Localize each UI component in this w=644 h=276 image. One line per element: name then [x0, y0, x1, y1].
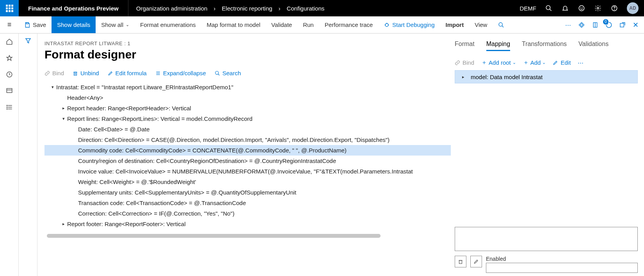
bind-button[interactable]: Bind	[44, 70, 64, 76]
star-icon[interactable]	[6, 55, 13, 62]
chevron-down-icon: ⌄	[542, 60, 546, 65]
tree-row[interactable]: Header<Any>	[44, 92, 451, 103]
tab-transformations[interactable]: Transformations	[522, 41, 567, 51]
svg-line-31	[218, 74, 219, 75]
caret-down-icon[interactable]: ▾	[60, 116, 67, 121]
caret-down-icon[interactable]: ▾	[49, 85, 56, 90]
tab-format[interactable]: Format	[455, 41, 475, 51]
import-button[interactable]: Import	[440, 16, 470, 33]
popout-icon[interactable]	[619, 22, 626, 28]
ribbon-search-icon[interactable]	[493, 16, 510, 33]
tree-row-label: Direction: Cell<Direction> = CASE(@.Dire…	[78, 136, 390, 143]
home-icon[interactable]	[6, 38, 13, 45]
map-bind-button[interactable]: Bind	[455, 59, 474, 66]
run-label: Run	[303, 21, 314, 28]
enabled-label: Enabled	[486, 256, 638, 262]
tree-row[interactable]: Date: Cell<Date> = @.Date	[44, 124, 451, 134]
delete-button[interactable]	[455, 256, 466, 267]
show-details-button[interactable]: Show details	[52, 16, 96, 33]
performance-trace-button[interactable]: Performance trace	[319, 16, 378, 33]
hamburger-icon[interactable]: ≡	[0, 21, 19, 29]
refresh-button[interactable]: 0	[605, 21, 612, 28]
tree-row[interactable]: Commodity code: Cell<CommodityCode> = CO…	[44, 145, 451, 156]
tree-row-label: Weight: Cell<Weight> = @.'$RoundedWeight…	[78, 179, 196, 185]
view-label: View	[475, 21, 487, 28]
edit-small-button[interactable]	[470, 256, 482, 267]
edit-button[interactable]: Edit	[553, 59, 571, 66]
office-icon[interactable]	[592, 21, 598, 28]
search-icon[interactable]	[545, 4, 553, 12]
gear-icon[interactable]	[594, 4, 602, 12]
format-tree[interactable]: ▾Intrastat: Excel = "Intrastat report Li…	[44, 82, 451, 229]
ellipsis-icon[interactable]: ⋯	[578, 59, 584, 66]
show-all-button[interactable]: Show all ⌄	[96, 16, 135, 33]
tree-row[interactable]: ▸Report header: Range<ReportHeader>: Ver…	[44, 103, 451, 113]
breadcrumb-item[interactable]: Electronic reporting	[222, 5, 272, 12]
company-code[interactable]: DEMF	[520, 5, 537, 12]
workspace-icon[interactable]	[6, 87, 13, 94]
caret-right-icon[interactable]: ▸	[60, 221, 67, 226]
tree-row[interactable]: Invoice value: Cell<InvoiceValue> = NUMB…	[44, 166, 451, 177]
right-pane-bottom: Enabled	[455, 227, 638, 276]
diamond-icon[interactable]	[578, 21, 585, 28]
model-tree-row[interactable]: ▸ model: Data model Intrastat	[455, 70, 638, 83]
breadcrumb-item[interactable]: Configurations	[287, 5, 325, 12]
run-button[interactable]: Run	[297, 16, 319, 33]
tree-row[interactable]: ▾Report lines: Range<ReportLines>: Verti…	[44, 113, 451, 124]
view-button[interactable]: View	[469, 16, 493, 33]
svg-rect-32	[459, 260, 462, 264]
avatar[interactable]: AD	[627, 2, 639, 14]
tree-row-label: Intrastat: Excel = "Intrastat report Lit…	[56, 84, 233, 90]
caret-right-icon[interactable]: ▸	[60, 106, 67, 111]
app-launcher[interactable]	[0, 0, 19, 16]
tab-validations[interactable]: Validations	[578, 41, 608, 51]
badge: 0	[603, 19, 608, 25]
list-icon[interactable]	[6, 104, 13, 111]
unbind-button[interactable]: Unbind	[73, 70, 99, 76]
ribbon-right: ⋯ 0 ✕	[565, 21, 644, 29]
ellipsis-icon[interactable]: ⋯	[565, 21, 571, 28]
tree-row[interactable]: Correction: Cell<Correction> = IF(@.Corr…	[44, 208, 451, 219]
svg-point-2	[579, 5, 584, 11]
edit-formula-button[interactable]: Edit formula	[108, 70, 147, 76]
add-root-label: Add root	[489, 59, 511, 66]
filter-rail	[19, 34, 37, 276]
bind-label: Bind	[52, 70, 64, 76]
svg-rect-8	[26, 23, 28, 24]
tree-row[interactable]: Weight: Cell<Weight> = @.'$RoundedWeight…	[44, 177, 451, 187]
enabled-input[interactable]	[486, 263, 638, 273]
map-format-button[interactable]: Map format to model	[201, 16, 266, 33]
breadcrumb-item[interactable]: Organization administration	[136, 5, 208, 12]
validate-button[interactable]: Validate	[266, 16, 297, 33]
tree-row[interactable]: Supplementary units: Cell<SupplementaryU…	[44, 187, 451, 198]
clock-icon[interactable]	[6, 71, 13, 78]
add-root-button[interactable]: ＋Add root ⌄	[481, 59, 516, 66]
tree-row[interactable]: Direction: Cell<Direction> = CASE(@.Dire…	[44, 134, 451, 145]
breadcrumb: Organization administration › Electronic…	[128, 5, 520, 12]
tree-row[interactable]: Transaction code: Cell<TransactionCode> …	[44, 198, 451, 208]
details-box[interactable]	[455, 227, 638, 251]
format-enumerations-button[interactable]: Format enumerations	[135, 16, 201, 33]
chevron-down-icon: ⌄	[512, 60, 516, 65]
tab-mapping[interactable]: Mapping	[486, 41, 510, 51]
tree-row[interactable]: Country/region of destination: Cell<Coun…	[44, 156, 451, 166]
tree-search-button[interactable]: Search	[215, 70, 241, 76]
add-button[interactable]: ＋Add ⌄	[523, 59, 546, 66]
expand-collapse-button[interactable]: Expand/collapse	[155, 70, 206, 76]
bell-icon[interactable]	[561, 4, 569, 12]
waffle-icon	[6, 5, 13, 12]
save-button[interactable]: Save	[19, 16, 52, 33]
svg-point-0	[546, 5, 550, 10]
help-icon[interactable]	[610, 4, 618, 12]
svg-point-21	[7, 105, 7, 106]
tree-row[interactable]: ▸Report footer: Range<ReportFooter>: Ver…	[44, 219, 451, 229]
svg-point-4	[582, 7, 583, 8]
smile-icon[interactable]	[578, 4, 585, 12]
tree-row[interactable]: ▾Intrastat: Excel = "Intrastat report Li…	[44, 82, 451, 92]
unbind-label: Unbind	[80, 70, 99, 76]
filter-icon[interactable]	[25, 37, 32, 44]
mapping-toolbar: Bind ＋Add root ⌄ ＋Add ⌄ Edit ⋯	[455, 59, 638, 66]
close-icon[interactable]: ✕	[633, 21, 639, 29]
horizontal-scrollbar[interactable]	[47, 234, 381, 238]
start-debugging-button[interactable]: Start Debugging	[378, 16, 440, 33]
